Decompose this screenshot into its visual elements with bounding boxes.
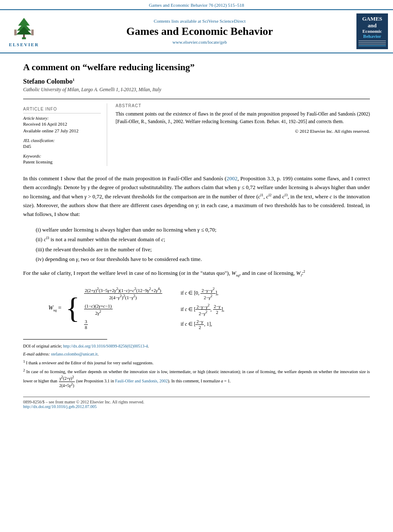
elsevier-label: ELSEVIER — [9, 42, 39, 47]
abstract-text: This comment points out the existence of… — [116, 111, 370, 125]
journal-main-title: Games and Economic Behavior — [47, 25, 352, 38]
list-item-ii: (ii) cl3 is not a real number within the… — [36, 234, 370, 245]
formula-brace: { — [66, 294, 80, 323]
elsevier-logo: ELSEVIER — [5, 16, 43, 47]
elsevier-tree-icon — [9, 16, 39, 41]
journal-title-center: Contents lists available at SciVerse Sci… — [47, 18, 352, 45]
formula-case-2: (1−c)(2γ+c−1)2γ2 if c ∈ [2−γ−γ22−γ2, 2−γ… — [84, 303, 224, 317]
cover-behavior-text: Behavior — [363, 34, 381, 39]
list-item-iii: (iii) the relevant thresholds are in the… — [36, 245, 370, 254]
formula-wsq-label: Wsq = — [48, 305, 61, 312]
jel-value: D45 — [23, 144, 101, 149]
footnote-email: E-mail address: stefano.colombo@unicatt.… — [23, 351, 370, 357]
email-link[interactable]: stefano.colombo@unicatt.it — [51, 352, 98, 356]
svg-rect-6 — [32, 29, 34, 35]
footnote-divider — [23, 339, 107, 340]
doi-link[interactable]: http://dx.doi.org/10.1016/S0899-8256(02)… — [63, 344, 148, 348]
available-date: Available online 27 July 2012 — [23, 128, 101, 133]
svg-rect-5 — [14, 29, 17, 35]
bottom-doi-link[interactable]: http://dx.doi.org/10.1016/j.geb.2012.07.… — [23, 404, 97, 409]
article-info-col: ARTICLE INFO Article history: Received 1… — [23, 103, 107, 166]
article-info-title: ARTICLE INFO — [23, 107, 101, 111]
footnote-2: 2 In case of no licensing, the welfare d… — [23, 368, 370, 388]
formula-case-1: 2(2+γ)2(3−5γ+2γ2)(1−c)+c2(12−9γ2+2γ4)2(4… — [84, 287, 224, 300]
article-title: A comment on “welfare reducing licensing… — [23, 62, 370, 73]
author-name: Stefano Colombo1 — [23, 78, 370, 85]
formula-section: Wsq = { 2(2+γ)2(3−5γ+2γ2)(1−c)+c2(12−9γ2… — [23, 287, 370, 331]
formula-case-3: 38 if c ∈ [2−γ2, 1], — [84, 319, 224, 330]
abstract-title: ABSTRACT — [116, 103, 370, 108]
copyright: © 2012 Elsevier Inc. All rights reserved… — [116, 129, 370, 134]
cover-economic-text: Economic — [362, 29, 382, 34]
list-item-i: (i) welfare under licensing is always hi… — [36, 225, 370, 234]
bottom-bar: 0899-8256/$ – see front matter © 2012 El… — [23, 397, 370, 409]
author-sup: 1 — [73, 78, 75, 82]
jel-label: JEL classification: — [23, 138, 101, 143]
journal-citation: Games and Economic Behavior 76 (2012) 51… — [149, 3, 244, 8]
body-paragraph-1: In this comment I show that the proof of… — [23, 174, 370, 219]
author-affiliation: Catholic University of Milan, Largo A. G… — [23, 87, 370, 92]
history-label: Article history: — [23, 116, 101, 121]
body-paragraph-2: For the sake of clarity, I report the we… — [23, 269, 370, 278]
abstract-col: ABSTRACT This comment points out the exi… — [116, 103, 370, 166]
cover-games-text: GAMES and — [358, 16, 386, 29]
footnote-doi: DOI of original article; http://dx.doi.o… — [23, 343, 370, 349]
received-date: Received 16 April 2012 — [23, 121, 101, 126]
footnote-1: 1 I thank a reviewer and the Editor of t… — [23, 359, 370, 366]
formula-cases: 2(2+γ)2(3−5γ+2γ2)(1−c)+c2(12−9γ2+2γ4)2(4… — [84, 287, 224, 331]
journal-cover: GAMES and Economic Behavior — [356, 13, 388, 49]
sciverse-link[interactable]: Contents lists available at SciVerse Sci… — [47, 18, 352, 24]
keywords-value: Patent licensing — [23, 159, 101, 164]
main-content: A comment on “welfare reducing licensing… — [0, 53, 393, 417]
list-item-iv: (iv) depending on γ, two or four thresho… — [36, 254, 370, 264]
top-bar: Games and Economic Behavior 76 (2012) 51… — [0, 0, 393, 9]
keywords-label: Keywords: — [23, 154, 101, 158]
article-meta-section: ARTICLE INFO Article history: Received 1… — [23, 99, 370, 166]
bottom-issn: 0899-8256/$ – see front matter © 2012 El… — [23, 400, 370, 404]
journal-header: ELSEVIER Contents lists available at Sci… — [0, 9, 393, 53]
list-items: (i) welfare under licensing is always hi… — [36, 225, 370, 264]
journal-url[interactable]: www.elsevier.com/locate/geb — [47, 40, 352, 45]
